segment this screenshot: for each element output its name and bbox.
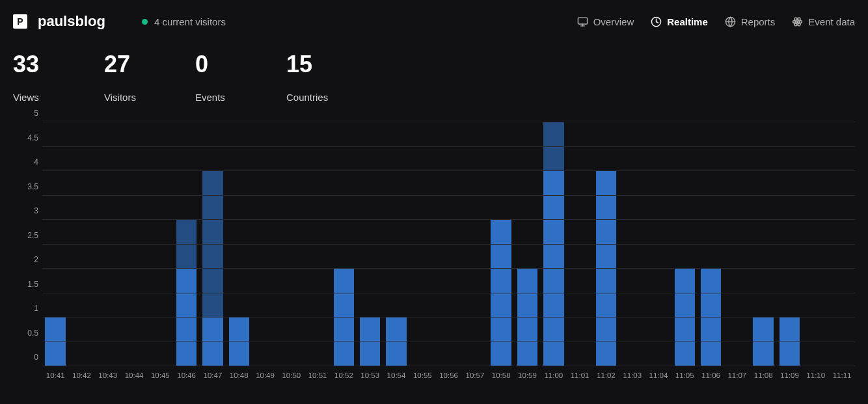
chart-bar[interactable]	[671, 122, 698, 366]
chart-x-tick: 10:54	[383, 366, 409, 383]
visitor-indicator: 4 current visitors	[142, 16, 226, 27]
chart-y-tick: 4.5	[27, 133, 38, 142]
metric-label: Countries	[286, 92, 377, 103]
chart-x-tick: 10:55	[409, 366, 435, 383]
chart-bar[interactable]	[567, 122, 593, 366]
chart-plot-area	[42, 122, 855, 366]
chart-bar[interactable]	[147, 122, 173, 366]
chart-bar[interactable]	[776, 122, 802, 366]
metrics-row: 33Views27Visitors0Events15Countries	[13, 53, 855, 103]
chart-x-tick: 11:05	[671, 366, 698, 383]
chart-bar[interactable]	[95, 122, 121, 366]
chart-bar-front	[45, 317, 65, 366]
chart-bar-front	[753, 317, 773, 366]
nav-eventdata[interactable]: Event data	[792, 16, 855, 27]
chart-x-tick: 10:58	[488, 366, 514, 383]
chart-bar[interactable]	[252, 122, 278, 366]
metric-value: 33	[13, 53, 104, 76]
header: P paulsblog 4 current visitors OverviewR…	[13, 13, 855, 30]
metric-countries[interactable]: 15Countries	[286, 53, 377, 103]
chart-x-tick: 10:45	[147, 366, 173, 383]
chart-bar[interactable]	[803, 122, 829, 366]
chart-gridline	[42, 219, 855, 220]
chart-y-tick: 3.5	[27, 182, 38, 191]
clock-icon	[651, 16, 662, 27]
chart-bars	[42, 122, 855, 366]
chart-bar[interactable]	[593, 122, 619, 366]
nav-reports[interactable]: Reports	[725, 16, 776, 27]
chart-x-tick: 11:10	[803, 366, 829, 383]
chart-x-axis: 10:4110:4210:4310:4410:4510:4610:4710:48…	[42, 366, 855, 383]
chart-bar[interactable]	[305, 122, 331, 366]
chart-bar[interactable]	[121, 122, 147, 366]
nav-realtime[interactable]: Realtime	[651, 16, 708, 27]
nav-label: Event data	[808, 16, 855, 27]
chart-bar-front	[780, 317, 800, 366]
chart-x-tick: 11:04	[645, 366, 671, 383]
chart-y-tick: 0.5	[27, 329, 38, 338]
metric-views[interactable]: 33Views	[13, 53, 104, 103]
chart-x-tick: 10:48	[226, 366, 252, 383]
chart-bar[interactable]	[514, 122, 540, 366]
chart-bar[interactable]	[462, 122, 488, 366]
svg-point-6	[797, 21, 798, 22]
chart-x-tick: 11:07	[724, 366, 750, 383]
atom-icon	[792, 16, 803, 27]
chart-bar[interactable]	[278, 122, 305, 366]
chart-bar[interactable]	[331, 122, 357, 366]
chart-bar[interactable]	[645, 122, 671, 366]
chart-bar[interactable]	[435, 122, 461, 366]
chart-bar[interactable]	[698, 122, 724, 366]
metric-events[interactable]: 0Events	[195, 53, 286, 103]
nav: OverviewRealtimeReportsEvent data	[577, 16, 855, 27]
chart-y-tick: 1.5	[27, 280, 38, 289]
site-logo[interactable]: P	[13, 14, 27, 29]
chart-bar[interactable]	[226, 122, 252, 366]
chart-gridline	[42, 170, 855, 171]
nav-overview[interactable]: Overview	[577, 16, 634, 27]
chart-bar-front	[334, 269, 354, 366]
metric-value: 0	[195, 53, 286, 76]
realtime-chart: 00.511.522.533.544.55 10:4110:4210:4310:…	[13, 122, 855, 383]
chart-x-tick: 11:08	[750, 366, 776, 383]
visitor-count-text: 4 current visitors	[154, 16, 226, 27]
chart-bar[interactable]	[383, 122, 409, 366]
chart-bar[interactable]	[357, 122, 383, 366]
chart-x-tick: 11:00	[541, 366, 567, 383]
metric-value: 27	[104, 53, 195, 76]
chart-x-tick: 10:50	[278, 366, 305, 383]
chart-bar-front	[386, 317, 406, 366]
chart-x-tick: 10:56	[435, 366, 461, 383]
chart-bar[interactable]	[724, 122, 750, 366]
chart-bar[interactable]	[409, 122, 435, 366]
chart-gridline	[42, 195, 855, 196]
chart-bar[interactable]	[488, 122, 514, 366]
metric-visitors[interactable]: 27Visitors	[104, 53, 195, 103]
header-left: P paulsblog 4 current visitors	[13, 13, 226, 30]
chart-bar[interactable]	[68, 122, 94, 366]
chart-bar[interactable]	[42, 122, 68, 366]
chart-bar[interactable]	[619, 122, 645, 366]
svg-rect-0	[578, 18, 587, 24]
chart-bar[interactable]	[200, 122, 226, 366]
chart-y-tick: 0	[34, 353, 38, 362]
chart-bar-front	[176, 269, 197, 366]
chart-bar[interactable]	[829, 122, 855, 366]
chart-x-tick: 10:41	[42, 366, 68, 383]
chart-bar[interactable]	[541, 122, 567, 366]
chart-bar[interactable]	[173, 122, 199, 366]
chart-bar-front	[202, 317, 223, 366]
chart-x-tick: 10:42	[68, 366, 94, 383]
globe-icon	[725, 16, 736, 27]
chart-y-tick: 2.5	[27, 231, 38, 240]
chart-x-tick: 10:59	[514, 366, 540, 383]
chart-gridline	[42, 268, 855, 269]
chart-gridline	[42, 342, 855, 342]
chart-bar[interactable]	[750, 122, 776, 366]
chart-x-tick: 10:57	[462, 366, 488, 383]
chart-bar-front	[701, 269, 721, 366]
site-name[interactable]: paulsblog	[38, 13, 105, 30]
chart-x-tick: 10:44	[121, 366, 147, 383]
chart-bar-front	[675, 269, 695, 366]
chart-y-tick: 1	[34, 304, 38, 313]
